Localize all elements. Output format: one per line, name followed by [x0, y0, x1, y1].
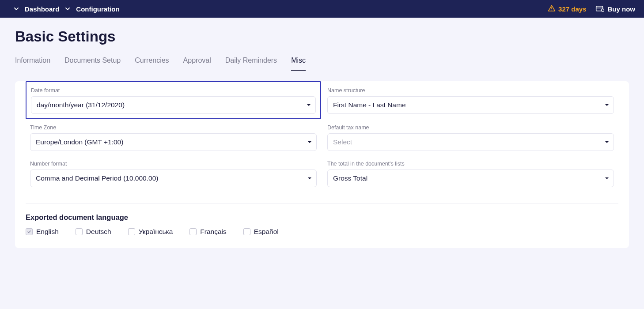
breadcrumb: Dashboard Configuration [13, 5, 120, 13]
buy-now-button[interactable]: Buy now [595, 4, 636, 14]
tab-misc[interactable]: Misc [291, 57, 306, 71]
lang-francais[interactable]: Français [189, 228, 226, 236]
breadcrumb-configuration[interactable]: Configuration [76, 5, 119, 13]
chevron-down-icon[interactable] [13, 6, 19, 12]
tabs: Information Documents Setup Currencies A… [15, 57, 629, 71]
svg-point-4 [601, 9, 604, 11]
lang-ukrainian[interactable]: Українська [128, 228, 173, 236]
svg-point-1 [551, 10, 552, 11]
topbar-right: 327 days Buy now [548, 4, 635, 14]
page-title: Basic Settings [15, 28, 629, 45]
language-row: English Deutsch Українська Français Espa… [26, 228, 618, 236]
total-lists-field: The total in the document's lists Gross … [323, 155, 618, 192]
tab-daily-reminders[interactable]: Daily Reminders [225, 57, 277, 71]
total-lists-select[interactable]: Gross Total [327, 170, 614, 187]
settings-panel: Date format day/month/year (31/12/2020) … [15, 81, 629, 248]
lang-espanol[interactable]: Español [243, 228, 279, 236]
time-zone-field: Time Zone Europe/London (GMT +1:00) [26, 119, 321, 155]
time-zone-value: Europe/London (GMT +1:00) [36, 138, 123, 146]
number-format-value: Comma and Decimal Period (10,000.00) [36, 174, 158, 182]
card-icon [595, 4, 604, 14]
date-format-label: Date format [31, 87, 316, 94]
caret-down-icon [307, 174, 312, 182]
checkbox-icon [26, 228, 33, 235]
lang-label: Français [200, 228, 226, 236]
caret-down-icon [605, 101, 609, 109]
caret-down-icon [605, 174, 609, 182]
caret-down-icon [307, 138, 312, 146]
checkbox-icon [189, 228, 197, 235]
caret-down-icon [605, 138, 609, 146]
lang-label: Español [254, 228, 279, 236]
total-lists-value: Gross Total [333, 174, 367, 182]
tab-documents-setup[interactable]: Documents Setup [64, 57, 121, 71]
default-tax-field: Default tax name Select [323, 119, 618, 155]
tab-currencies[interactable]: Currencies [135, 57, 169, 71]
checkbox-icon [243, 228, 250, 235]
tab-information[interactable]: Information [15, 57, 50, 71]
date-format-field: Date format day/month/year (31/12/2020) [26, 81, 321, 119]
caret-down-icon [307, 101, 311, 109]
name-structure-select[interactable]: First Name - Last Name [327, 96, 614, 114]
lang-deutsch[interactable]: Deutsch [76, 228, 111, 236]
warning-icon [548, 4, 556, 14]
time-zone-select[interactable]: Europe/London (GMT +1:00) [30, 133, 317, 151]
topbar: Dashboard Configuration 327 days Buy now [0, 0, 644, 18]
lang-english[interactable]: English [26, 228, 59, 236]
default-tax-placeholder: Select [333, 138, 352, 146]
export-language-title: Exported document language [26, 213, 618, 222]
divider [26, 203, 618, 203]
number-format-field: Number format Comma and Decimal Period (… [26, 155, 321, 192]
checkbox-icon [76, 228, 83, 235]
breadcrumb-dashboard[interactable]: Dashboard [25, 5, 59, 13]
name-structure-label: Name structure [327, 87, 614, 94]
date-format-value: day/month/year (31/12/2020) [37, 101, 125, 109]
name-structure-value: First Name - Last Name [333, 101, 406, 109]
content: Basic Settings Information Documents Set… [0, 18, 644, 259]
tab-approval[interactable]: Approval [183, 57, 211, 71]
default-tax-label: Default tax name [327, 124, 614, 131]
trial-days-warning[interactable]: 327 days [548, 4, 586, 14]
default-tax-select[interactable]: Select [327, 133, 614, 151]
checkbox-icon [128, 228, 135, 235]
time-zone-label: Time Zone [30, 124, 317, 131]
lang-label: Українська [139, 228, 173, 236]
total-lists-label: The total in the document's lists [327, 161, 614, 167]
number-format-label: Number format [30, 161, 317, 167]
number-format-select[interactable]: Comma and Decimal Period (10,000.00) [30, 170, 317, 187]
date-format-select[interactable]: day/month/year (31/12/2020) [31, 96, 316, 114]
chevron-down-icon[interactable] [64, 6, 71, 12]
name-structure-field: Name structure First Name - Last Name [323, 82, 618, 119]
days-count: 327 days [558, 5, 586, 13]
lang-label: Deutsch [86, 228, 111, 236]
buy-now-label: Buy now [608, 5, 636, 13]
lang-label: English [36, 228, 59, 236]
